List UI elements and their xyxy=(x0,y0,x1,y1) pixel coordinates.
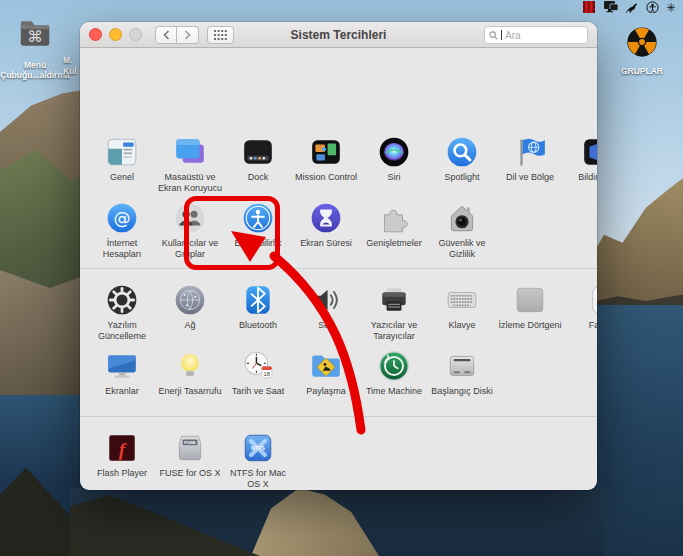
forward-button[interactable] xyxy=(177,26,199,44)
pref-label: Klavye xyxy=(428,320,496,331)
display-icon[interactable] xyxy=(604,0,618,13)
search-icon xyxy=(489,31,498,40)
screen-time-icon xyxy=(309,200,343,236)
pref-dock[interactable]: Dock xyxy=(224,134,292,200)
wallpaper-shore-right xyxy=(590,293,683,309)
sound-icon xyxy=(309,282,343,318)
title-bar[interactable]: Sistem Tercihleri xyxy=(80,22,597,48)
system-preferences-window: Sistem Tercihleri GenelMasaüstü ve Ekran… xyxy=(80,22,597,490)
preferences-content: GenelMasaüstü ve Ekran KoruyucuDockMissi… xyxy=(80,48,597,490)
pref-label: Genişletmeler xyxy=(360,238,428,249)
pref-mission-control[interactable]: Mission Control xyxy=(292,134,360,200)
pref-label: Time Machine xyxy=(360,386,428,397)
chevron-left-icon xyxy=(163,30,170,40)
wallpaper-rocks-bottom xyxy=(235,488,435,556)
pref-trackpad[interactable]: İzleme Dörtgeni xyxy=(496,282,564,348)
search-input[interactable] xyxy=(505,30,583,41)
flash-player-icon: f xyxy=(105,430,139,466)
prefs-row-3: Yazılım GüncellemeAğBluetoothSesYazıcıla… xyxy=(80,282,597,348)
energy-saver-icon xyxy=(173,348,207,384)
dock-icon xyxy=(241,134,275,170)
pref-software-update[interactable]: Yazılım Güncelleme xyxy=(88,282,156,348)
users-groups-icon xyxy=(173,200,207,236)
accessibility-icon xyxy=(241,200,275,236)
svg-text:18: 18 xyxy=(263,371,269,377)
pref-label: Paylaşma xyxy=(292,386,360,397)
pref-keyboard[interactable]: Klavye xyxy=(428,282,496,348)
prefs-row-4: EkranlarEnerji Tasarrufu18Tarih ve SaatP… xyxy=(80,348,597,414)
film-strip-icon[interactable] xyxy=(583,0,597,13)
prefs-row-2: @İnternet HesaplarıKullanıcılar ve Grupl… xyxy=(80,200,597,266)
pref-screen-time[interactable]: Ekran Süresi xyxy=(292,200,360,266)
date-time-icon: 18 xyxy=(241,348,275,384)
pref-security-privacy[interactable]: Güvenlik ve Gizlilik xyxy=(428,200,496,266)
desktop-screensaver-icon xyxy=(173,134,207,170)
close-button[interactable] xyxy=(89,28,102,41)
pref-label: Yazıcılar ve Tarayıcılar xyxy=(360,320,428,341)
pref-startup-disk[interactable]: Başlangıç Diski xyxy=(428,348,496,414)
pref-label: Dil ve Bölge xyxy=(496,172,564,183)
pref-label: Ağ xyxy=(156,320,224,331)
fuse-icon: FUSE xyxy=(173,430,207,466)
keyboard-icon xyxy=(445,282,479,318)
printers-scanners-icon xyxy=(377,282,411,318)
pref-time-machine[interactable]: Time Machine xyxy=(360,348,428,414)
pref-energy-saver[interactable]: Enerji Tasarrufu xyxy=(156,348,224,414)
prefs-row-1: GenelMasaüstü ve Ekran KoruyucuDockMissi… xyxy=(80,134,597,200)
back-button[interactable] xyxy=(155,26,177,44)
pref-mouse[interactable]: Fare xyxy=(564,282,597,348)
pref-general[interactable]: Genel xyxy=(88,134,156,200)
time-machine-icon xyxy=(377,348,411,384)
spotlight-icon xyxy=(445,134,479,170)
zoom-button[interactable] xyxy=(129,28,142,41)
pref-displays[interactable]: Ekranlar xyxy=(88,348,156,414)
desktop-icon-menu-cubugu[interactable]: ⌘ Menü Çubuğu...aldırma xyxy=(0,16,70,80)
bluetooth-icon xyxy=(241,282,275,318)
ntfs-icon: NTFS xyxy=(241,430,275,466)
pref-extensions[interactable]: Genişletmeler xyxy=(360,200,428,266)
pref-flash-player[interactable]: fFlash Player xyxy=(88,430,156,490)
trackpad-icon xyxy=(513,282,547,318)
pref-label: Yazılım Güncelleme xyxy=(88,320,156,341)
pref-sharing[interactable]: Paylaşma xyxy=(292,348,360,414)
show-all-button[interactable] xyxy=(207,26,234,44)
pref-spotlight[interactable]: Spotlight xyxy=(428,134,496,200)
pref-bluetooth[interactable]: Bluetooth xyxy=(224,282,292,348)
search-field[interactable] xyxy=(484,26,588,44)
prefs-row-5: fFlash PlayerFUSEFUSE for OS XNTFSNTFS f… xyxy=(80,430,597,490)
kangaroo-icon[interactable] xyxy=(625,0,639,13)
pref-date-time[interactable]: 18Tarih ve Saat xyxy=(224,348,292,414)
pref-siri[interactable]: Siri xyxy=(360,134,428,200)
text-cursor xyxy=(501,30,502,40)
pref-label: Kullanıcılar ve Gruplar xyxy=(156,238,224,259)
displays-icon xyxy=(105,348,139,384)
general-icon xyxy=(105,134,139,170)
pref-accessibility[interactable]: Erişilebilirlik xyxy=(224,200,292,266)
accessibility-icon[interactable] xyxy=(646,0,660,13)
pref-desktop-screensaver[interactable]: Masaüstü ve Ekran Koruyucu xyxy=(156,134,224,200)
language-region-icon xyxy=(513,134,547,170)
pref-users-groups[interactable]: Kullanıcılar ve Gruplar xyxy=(156,200,224,266)
minimize-button[interactable] xyxy=(109,28,122,41)
pref-label: Bildirimler xyxy=(564,172,597,183)
internet-accounts-icon: @ xyxy=(105,200,139,236)
desktop-icon-label-partial-left: M. Kul xyxy=(63,55,77,76)
pref-printers-scanners[interactable]: Yazıcılar ve Tarayıcılar xyxy=(360,282,428,348)
menu-bar-status-icons xyxy=(583,0,681,14)
pref-label: Mission Control xyxy=(292,172,360,183)
pref-network[interactable]: Ağ xyxy=(156,282,224,348)
snowflake-icon[interactable] xyxy=(667,0,681,13)
pref-internet-accounts[interactable]: @İnternet Hesapları xyxy=(88,200,156,266)
pref-sound[interactable]: Ses xyxy=(292,282,360,348)
desktop-icon-gruplar[interactable]: GRUPLAR xyxy=(607,24,677,76)
pref-notifications[interactable]: Bildirimler xyxy=(564,134,597,200)
pref-label: Ses xyxy=(292,320,360,331)
pref-label: Spotlight xyxy=(428,172,496,183)
pref-ntfs[interactable]: NTFSNTFS for Mac OS X xyxy=(224,430,292,490)
desktop-icon-label: GRUPLAR xyxy=(621,66,663,76)
mission-control-icon xyxy=(309,134,343,170)
pref-label: Tarih ve Saat xyxy=(224,386,292,397)
pref-fuse[interactable]: FUSEFUSE for OS X xyxy=(156,430,224,490)
pref-language-region[interactable]: Dil ve Bölge xyxy=(496,134,564,200)
pref-label: Flash Player xyxy=(88,468,156,479)
